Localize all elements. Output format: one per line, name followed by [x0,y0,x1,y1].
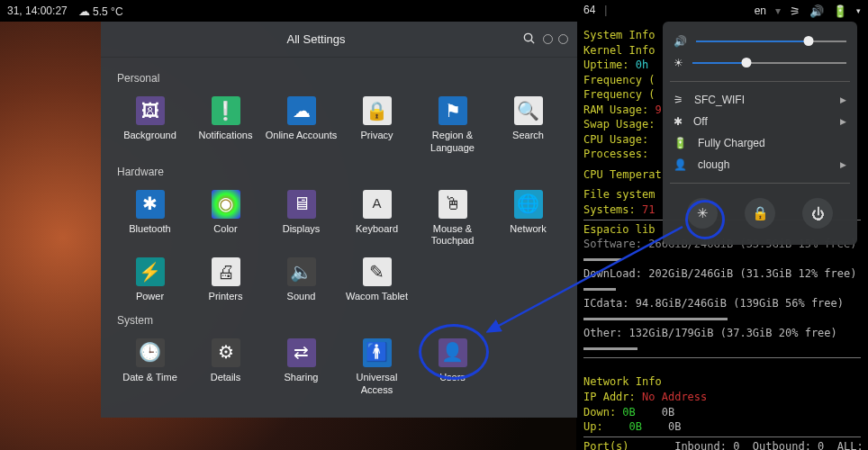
snowflake-icon: ✳ [697,205,709,221]
label: Universal Access [340,372,414,397]
bt-label: Off [693,115,708,128]
section-hardware: Hardware [117,166,565,178]
settings-color[interactable]: ◉ Color [189,187,263,248]
user-label: clough [698,158,729,171]
battery-icon: 🔋 [674,137,687,149]
settings-search-button[interactable] [522,32,536,48]
label: Sound [265,291,339,303]
wifi-menu-item[interactable]: ⚞ SFC_WIFI ▶ [674,89,846,111]
chevron-right-icon: ▶ [840,95,846,104]
label: Online Accounts [265,130,339,142]
settings-region[interactable]: ⚑ Region & Language [416,94,490,155]
sharing-icon: ⇄ [287,338,316,367]
settings-bluetooth[interactable]: ✱ Bluetooth [113,187,187,248]
settings-details[interactable]: ⚙ Details [189,336,263,397]
label: Keyboard [340,223,414,236]
volume-slider[interactable]: 🔊 [674,31,846,52]
wifi-label: SFC_WIFI [694,94,745,106]
battery-icon[interactable]: 🔋 [833,4,847,18]
label: Users [416,372,490,384]
search-icon: 🔍 [514,96,543,125]
label: Search [492,130,565,142]
settings-sharing[interactable]: ⇄ Sharing [265,336,339,397]
label: Bluetooth [113,223,187,236]
wacom-icon: ✎ [363,257,392,286]
color-icon: ◉ [212,190,240,219]
settings-keyboard[interactable]: A Keyboard [340,187,414,248]
volume-icon: 🔊 [674,35,687,48]
background-icon: 🖼 [136,96,165,125]
wifi-icon[interactable]: ⚞ [790,4,800,18]
printers-icon: 🖨 [212,257,240,286]
details-icon: ⚙ [212,338,240,367]
separator: | [604,4,607,16]
all-settings-window: All Settings Personal 🖼 Background ❕ Not… [101,22,577,418]
settings-search[interactable]: 🔍 Search [492,94,565,155]
weather-icon: ☁ [78,4,90,18]
settings-universal-access[interactable]: 🚹 Universal Access [340,336,414,397]
settings-users[interactable]: 👤 Users [416,336,490,397]
power-icon: ⚡ [136,257,165,286]
svg-line-1 [531,40,534,42]
status-caret-icon[interactable]: ▾ [856,6,861,15]
settings-wacom[interactable]: ✎ Wacom Tablet [340,255,414,303]
region-icon: ⚑ [439,96,467,125]
label: Date & Time [113,372,187,384]
power-button[interactable]: ⏻ [802,198,833,229]
settings-power[interactable]: ⚡ Power [113,255,187,303]
user-icon: 👤 [674,158,687,171]
bluetooth-icon: ✱ [674,115,683,128]
battery-label: Fully Charged [698,137,765,149]
settings-title: All Settings [110,32,522,46]
label: Region & Language [416,130,490,155]
settings-sound[interactable]: 🔈 Sound [265,255,339,303]
label: Wacom Tablet [340,291,414,303]
bluetooth-menu-item[interactable]: ✱ Off ▶ [674,111,846,132]
chevron-right-icon: ▶ [840,117,846,126]
window-maximize-button[interactable] [558,34,568,44]
label: Background [113,130,187,142]
settings-notifications[interactable]: ❕ Notifications [189,94,263,155]
settings-privacy[interactable]: 🔒 Privacy [340,94,414,155]
label: Network [492,223,565,236]
label: Mouse & Touchpad [416,223,490,248]
keyboard-icon: A [363,190,392,219]
settings-network[interactable]: 🌐 Network [492,187,565,248]
settings-online-accounts[interactable]: ☁ Online Accounts [265,94,339,155]
window-minimize-button[interactable] [543,34,553,44]
settings-mouse[interactable]: 🖱 Mouse & Touchpad [416,187,490,248]
arch-label: 64 [583,4,595,16]
svg-point-0 [524,33,531,40]
lock-button[interactable]: 🔒 [745,198,775,229]
system-status-menu: 🔊 ☀ ⚞ SFC_WIFI ▶ ✱ Off ▶ 🔋 Fully Charged… [663,22,857,245]
lock-icon: 🔒 [752,205,769,221]
keyboard-layout[interactable]: en [755,4,766,17]
clock: 31, 14:00:27 [7,4,68,17]
settings-background[interactable]: 🖼 Background [113,94,187,155]
status-separator: ▾ [775,4,781,17]
online-accounts-icon: ☁ [287,96,316,125]
battery-menu-item[interactable]: 🔋 Fully Charged [674,132,846,154]
bluetooth-icon: ✱ [136,190,165,219]
settings-displays[interactable]: 🖥 Displays [265,187,339,248]
datetime-icon: 🕒 [136,338,165,367]
label: Power [113,291,187,303]
settings-datetime[interactable]: 🕒 Date & Time [113,336,187,397]
brightness-icon: ☀ [674,57,683,69]
displays-icon: 🖥 [287,190,316,219]
settings-printers[interactable]: 🖨 Printers [189,255,263,303]
user-menu-item[interactable]: 👤 clough ▶ [674,154,846,176]
wifi-icon: ⚞ [674,94,683,106]
label: Sharing [265,372,339,384]
notifications-icon: ❕ [212,96,240,125]
label: Displays [265,223,339,236]
label: Printers [189,291,263,303]
volume-icon[interactable]: 🔊 [809,4,824,18]
users-icon: 👤 [439,338,467,367]
power-icon: ⏻ [811,206,825,221]
mouse-icon: 🖱 [439,190,467,219]
brightness-slider[interactable]: ☀ [674,52,846,74]
settings-button[interactable]: ✳ [687,198,718,229]
section-personal: Personal [117,72,565,85]
temperature: 5.5 °C [93,5,122,18]
